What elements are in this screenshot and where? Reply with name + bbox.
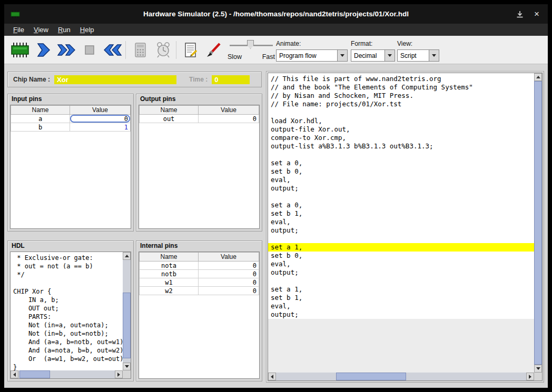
run-icon bbox=[57, 41, 76, 59]
scrollbar-thumb[interactable] bbox=[19, 370, 51, 378]
scroll-up-button[interactable] bbox=[123, 252, 131, 260]
scroll-left-button[interactable] bbox=[268, 373, 276, 380]
format-select[interactable]: Decimal bbox=[351, 49, 395, 62]
menu-item[interactable]: View bbox=[29, 25, 53, 35]
scroll-up-button[interactable] bbox=[534, 73, 542, 81]
pin-value[interactable]: 1 bbox=[70, 123, 131, 132]
load-chip-button[interactable] bbox=[8, 38, 32, 62]
menubar: FileViewRunHelp bbox=[4, 24, 548, 36]
chip-name-field[interactable]: Xor bbox=[54, 75, 176, 84]
script-line bbox=[268, 235, 534, 243]
view-dropdown-button[interactable] bbox=[429, 50, 439, 61]
animate-dropdown-button[interactable] bbox=[337, 50, 347, 61]
hdl-horizontal-scrollbar[interactable] bbox=[11, 370, 123, 378]
clock-button[interactable] bbox=[152, 38, 175, 62]
animate-label: Animate: bbox=[276, 40, 348, 47]
triangle-down-icon bbox=[125, 365, 129, 368]
pin-row: b 1 bbox=[11, 123, 131, 132]
pin-value[interactable]: 0 bbox=[70, 115, 131, 123]
calculator-button[interactable] bbox=[129, 38, 152, 62]
minimize-download-icon[interactable] bbox=[516, 11, 524, 18]
scroll-right-button[interactable] bbox=[526, 373, 534, 380]
slider-thumb[interactable] bbox=[247, 40, 254, 49]
script-horizontal-scrollbar[interactable] bbox=[268, 373, 534, 380]
script-line: // by Nisan and Schocken, MIT Press. bbox=[268, 92, 534, 100]
script-line: set a 0, bbox=[268, 159, 534, 167]
scrollbar-track[interactable] bbox=[18, 370, 115, 378]
triangle-up-icon bbox=[536, 76, 540, 78]
script-line: output; bbox=[268, 184, 534, 193]
script-line: // and the book "The Elements of Computi… bbox=[268, 83, 534, 92]
menu-item[interactable]: Run bbox=[53, 25, 75, 35]
format-label: Format: bbox=[351, 40, 395, 47]
script-line: set a 1, bbox=[268, 243, 534, 252]
script-line: compare-to Xor.cmp, bbox=[268, 134, 534, 142]
script-line: set b 0, bbox=[268, 252, 534, 260]
pin-value[interactable]: 0 bbox=[199, 270, 259, 278]
script-line bbox=[268, 108, 534, 117]
script-vertical-scrollbar[interactable] bbox=[534, 73, 542, 373]
scrollbar-track[interactable] bbox=[123, 260, 131, 363]
scrollbar-track[interactable] bbox=[276, 373, 526, 380]
script-line: eval, bbox=[268, 218, 534, 226]
table-header-row: Name Value bbox=[140, 106, 259, 115]
scrollbar-corner bbox=[534, 373, 542, 380]
column-header-name: Name bbox=[11, 106, 70, 115]
triangle-up-icon bbox=[125, 255, 129, 257]
script-line: output-file Xor.out, bbox=[268, 125, 534, 134]
input-pins-title: Input pins bbox=[12, 95, 42, 103]
scroll-left-button[interactable] bbox=[11, 370, 18, 378]
speed-slider[interactable]: Slow Fast bbox=[228, 38, 275, 62]
hdl-line: CHIP Xor { bbox=[13, 287, 123, 296]
internal-pins-title: Internal pins bbox=[140, 242, 178, 249]
chip-name-label: Chip Name : bbox=[13, 76, 50, 83]
hdl-vertical-scrollbar[interactable] bbox=[123, 252, 131, 370]
menu-item[interactable]: File bbox=[8, 25, 29, 35]
pin-name: a bbox=[11, 115, 70, 123]
pin-value[interactable]: 0 bbox=[199, 287, 259, 295]
animate-group: Animate: Program flow bbox=[276, 40, 348, 62]
pin-value[interactable]: 0 bbox=[199, 115, 259, 123]
view-select[interactable]: Script bbox=[397, 49, 439, 62]
table-header-row: Name Value bbox=[11, 106, 131, 115]
column-header-name: Name bbox=[140, 106, 199, 115]
slider-fast-label: Fast bbox=[262, 53, 275, 61]
column-header-value: Value bbox=[199, 253, 259, 262]
scroll-down-button[interactable] bbox=[123, 363, 131, 370]
scrollbar-track[interactable] bbox=[534, 81, 542, 365]
view-label: View: bbox=[397, 40, 439, 47]
reset-button[interactable] bbox=[101, 38, 124, 62]
scrollbar-thumb[interactable] bbox=[336, 373, 406, 380]
pin-value[interactable]: 0 bbox=[199, 262, 259, 270]
pin-name: nota bbox=[140, 262, 199, 270]
run-button[interactable] bbox=[55, 38, 78, 62]
scrollbar-thumb[interactable] bbox=[534, 81, 542, 365]
scrollbar-thumb[interactable] bbox=[123, 293, 131, 358]
scroll-down-button[interactable] bbox=[534, 365, 542, 373]
scroll-right-button[interactable] bbox=[115, 370, 123, 378]
hdl-line: */ bbox=[13, 270, 123, 279]
animate-select[interactable]: Program flow bbox=[276, 49, 348, 62]
view-hdl-button[interactable] bbox=[179, 38, 202, 62]
clear-button[interactable] bbox=[202, 38, 225, 62]
output-pins-title: Output pins bbox=[140, 95, 175, 103]
menu-item[interactable]: Help bbox=[75, 25, 99, 35]
format-dropdown-button[interactable] bbox=[385, 50, 395, 61]
hdl-title: HDL bbox=[12, 242, 25, 249]
pin-row: a 0 bbox=[11, 115, 131, 123]
script-view[interactable]: // This file is part of www.nand2tetris.… bbox=[268, 73, 534, 373]
triangle-right-icon bbox=[117, 373, 120, 377]
pin-row: w1 0 bbox=[140, 278, 259, 287]
script-line: // File name: projects/01/Xor.tst bbox=[268, 100, 534, 108]
close-icon[interactable]: × bbox=[534, 9, 539, 18]
pin-value[interactable]: 0 bbox=[199, 278, 259, 287]
hdl-line: And (a=a, b=notb, out=w1); bbox=[13, 338, 123, 346]
rewind-icon bbox=[103, 41, 122, 59]
stop-button[interactable] bbox=[78, 38, 101, 62]
hdl-code-view[interactable]: * Exclusive-or gate: * out = not (a == b… bbox=[11, 252, 123, 370]
animate-value: Program flow bbox=[277, 50, 337, 61]
chevron-down-icon bbox=[388, 54, 392, 57]
time-field: 0 bbox=[212, 75, 250, 84]
single-step-button[interactable] bbox=[32, 38, 55, 62]
script-line: set b 0, bbox=[268, 167, 534, 176]
